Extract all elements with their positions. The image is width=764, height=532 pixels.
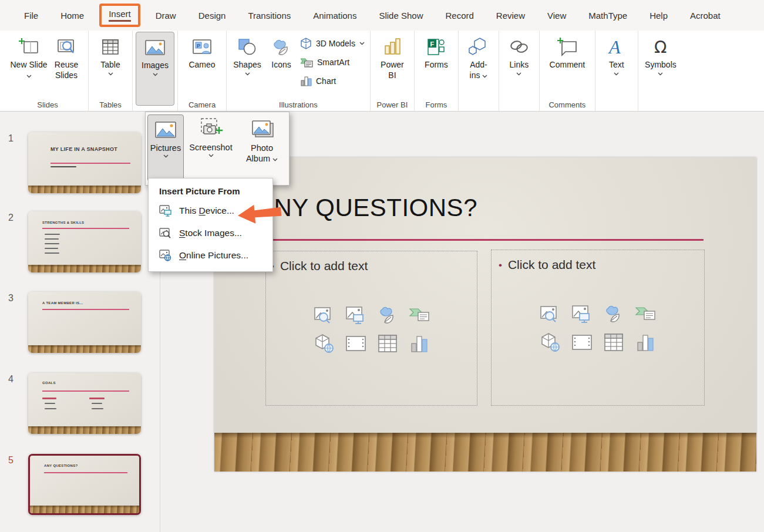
smartart-button[interactable]: SmartArt — [298, 55, 367, 69]
icons-icon — [271, 36, 292, 58]
images-button[interactable]: Images — [136, 32, 174, 106]
thumbnail-floor — [28, 345, 141, 353]
stock-image-icon[interactable] — [538, 303, 562, 325]
pictures-menu-button[interactable]: Pictures — [147, 115, 184, 181]
smartart-icon[interactable] — [634, 303, 657, 325]
tab-transitions[interactable]: Transitions — [237, 11, 302, 21]
group-label-power-bi: Power BI — [377, 98, 408, 111]
smartart-icon — [300, 57, 313, 68]
screenshot-menu-button[interactable]: Screenshot — [184, 115, 238, 157]
svg-text:P: P — [197, 43, 200, 49]
content-placeholder-left[interactable]: • Click to add text — [265, 251, 477, 406]
slide-number: 2 — [8, 213, 14, 223]
stock-image-icon[interactable] — [312, 304, 336, 326]
chart-icon[interactable] — [634, 331, 657, 353]
slide-thumbnail-1[interactable]: MY LIFE IN A SNAPSHOT — [28, 132, 141, 193]
chart-icon[interactable] — [408, 332, 431, 355]
table-button[interactable]: Table — [92, 32, 129, 76]
slide-title[interactable]: ANY QUESTIONS? — [257, 194, 477, 222]
insert-picture-icon[interactable] — [570, 303, 594, 325]
3d-models-button[interactable]: 3D Models — [298, 36, 367, 50]
group-label-slides: Slides — [37, 98, 58, 111]
current-slide[interactable]: ANY QUESTIONS? • Click to add text • Cl — [214, 157, 756, 472]
chevron-down-icon — [208, 154, 214, 157]
smartart-icon[interactable] — [408, 304, 431, 326]
tab-view[interactable]: View — [536, 11, 577, 21]
tab-mathtype[interactable]: MathType — [577, 11, 638, 21]
slide-number: 5 — [8, 455, 14, 466]
chevron-down-icon — [516, 72, 521, 76]
ribbon-group-add-ins: Add-ins — [459, 31, 499, 111]
table-icon[interactable] — [602, 331, 625, 353]
tab-review[interactable]: Review — [485, 11, 536, 21]
title-accent-line — [235, 239, 704, 241]
ribbon-group-symbols: Ω Symbols — [638, 31, 683, 111]
tab-file[interactable]: File — [13, 11, 49, 21]
ribbon-group-power-bi: Power BI Power BI — [371, 31, 415, 111]
images-dropdown-menu: Pictures Screenshot Photo Album — [145, 112, 290, 186]
tab-design[interactable]: Design — [187, 11, 237, 21]
forms-button[interactable]: F Forms — [418, 32, 455, 70]
chart-button[interactable]: Chart — [298, 74, 367, 88]
table-icon — [101, 36, 120, 58]
powerpoint-window: File Home Insert Draw Design Transitions… — [0, 0, 764, 532]
online-pictures-menu-item[interactable]: Online Pictures... — [149, 244, 272, 267]
links-button[interactable]: Links — [502, 32, 536, 76]
ribbon: New Slide Reuse Slides Slides Table — [0, 31, 764, 112]
content-placeholder-right[interactable]: • Click to add text — [491, 250, 705, 406]
pictures-icon — [154, 118, 177, 142]
add-ins-button[interactable]: Add-ins — [462, 32, 496, 81]
slide-thumbnail-5-selected[interactable]: ANY QUESTIONS? — [28, 454, 141, 515]
tab-home[interactable]: Home — [49, 11, 95, 21]
forms-icon: F — [426, 36, 447, 58]
thumbnail-floor — [28, 265, 141, 272]
svg-text:F: F — [430, 41, 434, 48]
tab-help[interactable]: Help — [638, 11, 679, 21]
stock-images-label: Stock Images... — [179, 228, 242, 238]
3d-model-icon[interactable] — [312, 332, 336, 355]
images-icon — [144, 36, 166, 59]
table-icon[interactable] — [376, 332, 399, 355]
tab-acrobat[interactable]: Acrobat — [679, 11, 732, 21]
insert-picture-icon[interactable] — [344, 304, 368, 326]
svg-text:A: A — [608, 37, 621, 57]
3d-model-icon[interactable] — [538, 331, 562, 353]
ribbon-group-images: Images — [133, 31, 178, 111]
pointer-arrow — [236, 201, 282, 229]
tab-insert[interactable]: Insert — [99, 4, 140, 27]
power-bi-icon — [383, 36, 402, 58]
group-label-camera: Camera — [189, 98, 216, 111]
placeholder-icon-grid — [537, 303, 658, 353]
insert-icons-icon[interactable] — [602, 303, 625, 325]
icons-button[interactable]: Icons — [265, 32, 298, 70]
insert-icons-icon[interactable] — [376, 304, 399, 326]
video-icon[interactable] — [570, 331, 594, 353]
slide-thumbnail-4[interactable]: GOALS — [28, 373, 141, 434]
ribbon-group-text: A Text — [595, 31, 638, 111]
text-button[interactable]: A Text — [598, 32, 635, 76]
slide-thumbnail-3[interactable]: A TEAM MEMBER IS... — [28, 292, 141, 353]
cameo-button[interactable]: P Cameo — [181, 32, 223, 70]
ribbon-group-tables: Table Tables — [89, 31, 133, 111]
tab-record[interactable]: Record — [434, 11, 484, 21]
group-label-illustrations: Illustrations — [279, 98, 318, 111]
shapes-button[interactable]: Shapes — [230, 32, 265, 76]
thumbnail-row-3: 3 A TEAM MEMBER IS... — [0, 292, 160, 353]
chevron-down-icon — [614, 72, 619, 76]
ribbon-group-links: Links — [499, 31, 540, 111]
tab-slide-show[interactable]: Slide Show — [368, 11, 434, 21]
group-label-forms: Forms — [426, 98, 447, 111]
tab-draw[interactable]: Draw — [144, 11, 187, 21]
thumbnail-floor — [28, 426, 141, 434]
video-icon[interactable] — [344, 332, 368, 355]
new-slide-button[interactable]: New Slide — [10, 32, 48, 81]
chevron-down-icon — [108, 72, 113, 76]
photo-album-menu-button[interactable]: Photo Album — [238, 115, 286, 164]
group-label-tables: Tables — [99, 98, 122, 111]
reuse-slides-button[interactable]: Reuse Slides — [48, 32, 85, 81]
slide-thumbnail-2[interactable]: STRENGTHS & SKILLS — [28, 211, 141, 272]
power-bi-button[interactable]: Power BI — [373, 32, 411, 81]
symbols-button[interactable]: Ω Symbols — [641, 32, 680, 76]
comment-button[interactable]: Comment — [543, 32, 592, 70]
tab-animations[interactable]: Animations — [302, 11, 368, 21]
